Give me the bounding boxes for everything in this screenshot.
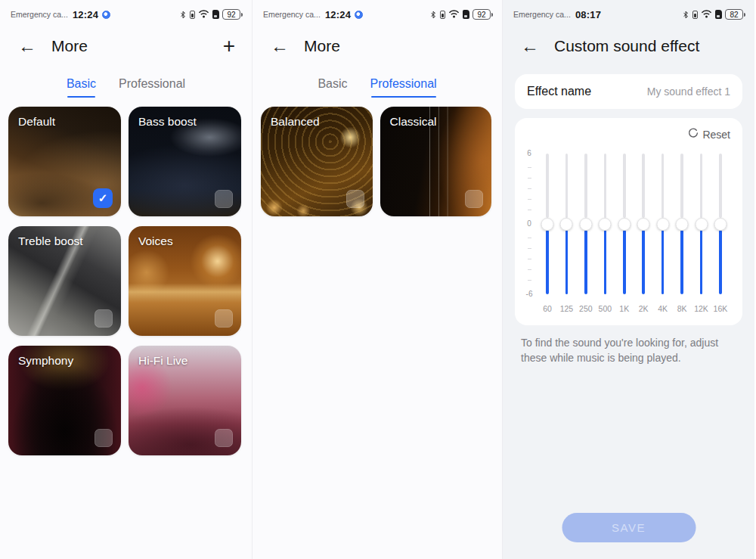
effect-name-value[interactable]: My sound effect 1: [647, 85, 730, 98]
eq-slider-track[interactable]: [565, 154, 569, 294]
tab-basic[interactable]: Basic: [67, 77, 96, 98]
equalizer-card: Reset 60-6 601252505001K2K4K8K12K16K: [515, 118, 742, 325]
bluetooth-battery-icon: [692, 11, 698, 19]
eq-slider-250[interactable]: 250: [578, 154, 594, 313]
effect-card-drum[interactable]: Bass boost: [129, 107, 241, 216]
eq-scale-label: 6: [527, 150, 531, 157]
reset-icon: [688, 128, 699, 141]
sim-card-icon: [715, 10, 722, 19]
eq-track-upper: [719, 154, 722, 218]
effect-card-mixing-console[interactable]: Default✓: [8, 107, 121, 216]
wifi-icon: [701, 8, 712, 21]
eq-band-label: 500: [599, 304, 612, 313]
status-time: 08:17: [575, 9, 601, 20]
eq-scale-tick: [528, 167, 531, 168]
page-title: Custom sound effect: [554, 37, 699, 55]
back-icon[interactable]: ←: [271, 37, 289, 55]
status-bar: Emergency ca... 08:17 82: [503, 0, 754, 23]
effect-card-microphone[interactable]: Voices: [129, 226, 241, 336]
bluetooth-battery-icon: [190, 11, 195, 19]
eq-slider-thumb[interactable]: [637, 218, 650, 231]
sim-card-icon: [212, 10, 219, 19]
status-left: Emergency ca... 12:24: [11, 9, 110, 20]
tab-professional[interactable]: Professional: [370, 77, 437, 98]
status-icons: 92: [429, 8, 493, 21]
eq-sliders: 601252505001K2K4K8K12K16K: [537, 154, 733, 313]
screen-basic-effects: Emergency ca... 12:24 92 ← More + BasicP…: [0, 0, 252, 559]
eq-slider-track[interactable]: [700, 154, 703, 294]
eq-scale-tick: [528, 238, 531, 238]
eq-db-scale: 60-6: [522, 150, 537, 298]
effect-card-label: Default: [18, 115, 55, 129]
eq-band-label: 16K: [714, 304, 728, 313]
screenshot-root: Emergency ca... 12:24 92 ← More + BasicP…: [0, 0, 756, 559]
eq-slider-12k[interactable]: 12K: [693, 154, 710, 313]
eq-slider-4k[interactable]: 4K: [655, 154, 671, 313]
effect-card-label: Voices: [138, 234, 173, 248]
tab-professional[interactable]: Professional: [119, 77, 185, 98]
effect-name-field[interactable]: Effect name My sound effect 1: [515, 74, 742, 109]
eq-slider-track[interactable]: [584, 154, 587, 294]
eq-scale-label: 0: [527, 220, 531, 228]
eq-band-label: 4K: [658, 304, 668, 313]
eq-slider-track[interactable]: [662, 154, 665, 294]
eq-slider-500[interactable]: 500: [596, 154, 613, 313]
eq-track-active: [565, 230, 569, 294]
save-button[interactable]: SAVE: [562, 513, 696, 542]
eq-track-upper: [662, 154, 665, 218]
equalizer-body: 60-6 601252505001K2K4K8K12K16K: [522, 154, 733, 313]
eq-slider-60[interactable]: 60: [539, 154, 556, 313]
eq-band-label: 60: [543, 304, 552, 313]
eq-slider-125[interactable]: 125: [558, 154, 575, 313]
eq-track-upper: [584, 154, 587, 218]
eq-track-active: [680, 230, 683, 294]
eq-scale-tick: [528, 188, 531, 189]
select-badge-icon: [215, 309, 233, 328]
effect-card-flute[interactable]: Treble boost: [8, 226, 121, 336]
eq-slider-track[interactable]: [604, 154, 607, 294]
effect-card-crowd[interactable]: Hi-Fi Live: [129, 346, 241, 455]
battery-indicator: 92: [222, 9, 240, 20]
back-icon[interactable]: ←: [521, 37, 539, 55]
eq-slider-track[interactable]: [623, 154, 626, 294]
eq-slider-2k[interactable]: 2K: [635, 154, 652, 313]
eq-track-active: [584, 230, 587, 294]
eq-slider-track[interactable]: [680, 154, 683, 294]
back-icon[interactable]: ←: [18, 37, 36, 55]
reset-button[interactable]: Reset: [522, 126, 733, 149]
eq-slider-thumb[interactable]: [695, 218, 708, 231]
eq-scale-tick: [528, 199, 531, 200]
page-title: More: [51, 37, 88, 55]
effect-card-label: Balanced: [271, 115, 320, 129]
eq-slider-thumb[interactable]: [656, 218, 669, 231]
eq-slider-track[interactable]: [719, 154, 722, 294]
battery-percent: 92: [477, 11, 485, 19]
carrier-label: Emergency ca...: [513, 10, 571, 19]
select-badge-icon: [215, 190, 233, 208]
effect-card-vinyl[interactable]: Balanced: [261, 107, 373, 216]
eq-slider-thumb[interactable]: [579, 218, 592, 231]
eq-slider-thumb[interactable]: [714, 218, 727, 231]
add-effect-icon[interactable]: +: [223, 36, 235, 55]
eq-slider-16k[interactable]: 16K: [712, 154, 729, 313]
eq-slider-thumb[interactable]: [618, 218, 631, 231]
eq-slider-track[interactable]: [642, 154, 645, 294]
tab-basic[interactable]: Basic: [318, 77, 347, 98]
eq-slider-thumb[interactable]: [676, 218, 689, 231]
page-title: More: [304, 37, 340, 55]
tab-bar: BasicProfessional: [0, 77, 252, 98]
eq-slider-thumb[interactable]: [599, 218, 612, 231]
eq-band-label: 125: [560, 304, 574, 313]
eq-slider-1k[interactable]: 1K: [616, 154, 633, 313]
effect-card-cello[interactable]: Classical: [380, 107, 492, 216]
eq-slider-track[interactable]: [546, 154, 549, 294]
eq-track-active: [642, 230, 645, 294]
effect-card-conductor[interactable]: Symphony: [8, 346, 121, 455]
eq-band-label: 250: [579, 304, 593, 313]
eq-slider-thumb[interactable]: [560, 218, 573, 231]
effect-card-label: Treble boost: [18, 234, 83, 248]
eq-scale-tick: [528, 178, 531, 179]
eq-slider-thumb[interactable]: [541, 218, 554, 231]
status-bar: Emergency ca... 12:24 92: [0, 0, 252, 23]
eq-slider-8k[interactable]: 8K: [674, 154, 690, 313]
